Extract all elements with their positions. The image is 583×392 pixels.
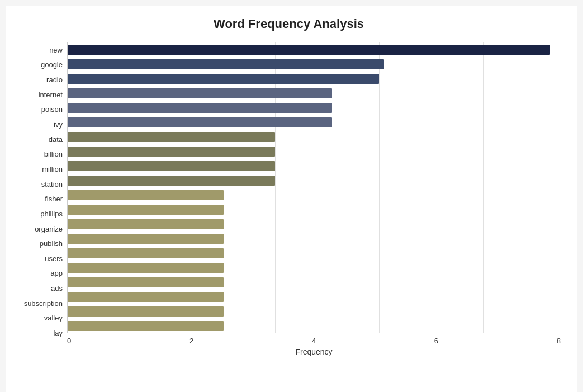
y-label-billion: billion [44,150,63,158]
y-label-subscription: subscription [24,300,63,307]
x-tick: 8 [557,337,561,345]
bar-row-poison [68,101,561,115]
y-label-poison: poison [41,106,63,113]
bar-new [68,45,550,55]
chart-title: Word Frequency Analysis [17,17,561,31]
bar-data [68,132,275,143]
x-tick: 2 [189,337,193,345]
bar-row-app [68,261,561,275]
x-axis-label: Frequency [67,347,561,356]
y-label-ivy: ivy [54,121,63,128]
y-label-fisher: fisher [45,195,63,202]
bar-ivy [68,117,332,128]
bar-row-billion [68,144,561,159]
y-axis: newgoogleradiointernetpoisonivydatabilli… [17,42,67,356]
bar-row-publish [68,232,561,246]
y-label-google: google [41,61,63,68]
y-label-valley: valley [44,314,63,322]
bar-app [68,263,224,273]
bar-row-ads [68,275,561,290]
bar-internet [68,88,332,99]
bar-poison [68,103,332,114]
y-label-ads: ads [51,285,63,292]
bars-and-xaxis: 02468 Frequency [67,42,561,356]
bar-lay [68,321,224,332]
bar-radio [68,74,379,84]
bar-ads [68,277,224,288]
y-label-new: new [49,46,63,54]
bar-row-ivy [68,115,561,130]
y-label-internet: internet [39,91,63,98]
bar-row-organize [68,217,561,232]
bar-valley [68,306,224,317]
x-tick: 6 [434,337,438,345]
bar-station [68,176,275,186]
bar-billion [68,147,275,157]
bar-row-phillips [68,202,561,217]
y-label-lay: lay [53,329,63,337]
bar-fisher [68,190,224,201]
y-label-million: million [42,166,63,173]
y-label-phillips: phillips [40,210,63,218]
bar-row-million [68,159,561,173]
bar-row-lay [68,319,561,333]
bar-publish [68,234,224,244]
bar-row-internet [68,86,561,101]
y-label-radio: radio [46,76,63,83]
y-label-data: data [49,136,63,143]
bar-row-valley [68,304,561,319]
bar-users [68,248,224,259]
bar-subscription [68,292,224,303]
y-label-users: users [45,255,63,262]
bar-row-subscription [68,290,561,304]
x-tick: 0 [67,337,71,345]
bar-row-users [68,246,561,261]
bar-phillips [68,205,224,215]
y-label-app: app [50,270,63,277]
bar-row-new [68,42,561,57]
chart-area: newgoogleradiointernetpoisonivydatabilli… [17,42,561,356]
y-label-organize: organize [35,225,63,233]
y-label-publish: publish [40,240,63,247]
bar-organize [68,219,224,230]
bar-row-data [68,130,561,144]
bar-row-fisher [68,188,561,202]
bars-area [67,42,561,333]
bar-row-google [68,57,561,72]
x-tick: 4 [312,337,316,345]
x-axis: 02468 [67,333,561,345]
bar-google [68,59,384,70]
y-label-station: station [41,181,63,188]
bar-million [68,161,275,172]
bar-row-radio [68,72,561,86]
chart-container: Word Frequency Analysis newgoogleradioin… [6,6,577,392]
bar-row-station [68,173,561,188]
